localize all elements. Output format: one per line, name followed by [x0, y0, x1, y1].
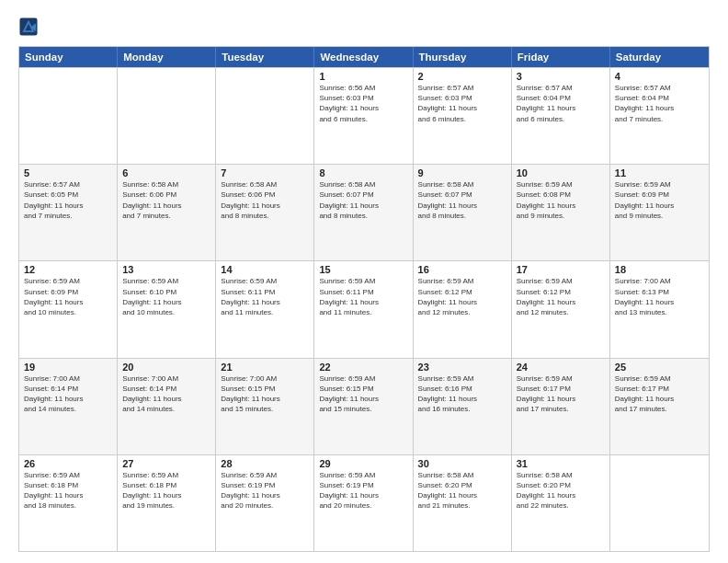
day-info: Sunrise: 6:59 AM Sunset: 6:11 PM Dayligh…	[221, 276, 309, 317]
calendar-cell-empty	[118, 68, 216, 164]
calendar-cell-day-9: 9Sunrise: 6:58 AM Sunset: 6:07 PM Daylig…	[414, 165, 512, 260]
day-number: 17	[517, 264, 605, 275]
day-info: Sunrise: 6:58 AM Sunset: 6:06 PM Dayligh…	[221, 179, 309, 221]
day-number: 18	[615, 264, 704, 275]
day-info: Sunrise: 6:59 AM Sunset: 6:17 PM Dayligh…	[517, 373, 605, 415]
day-info: Sunrise: 6:58 AM Sunset: 6:20 PM Dayligh…	[517, 470, 605, 511]
calendar-cell-day-22: 22Sunrise: 6:59 AM Sunset: 6:15 PM Dayli…	[314, 359, 413, 454]
day-number: 27	[122, 458, 210, 469]
calendar-cell-day-23: 23Sunrise: 6:59 AM Sunset: 6:16 PM Dayli…	[414, 359, 512, 454]
calendar-cell-empty	[216, 68, 314, 164]
day-info: Sunrise: 6:59 AM Sunset: 6:12 PM Dayligh…	[517, 276, 605, 317]
day-number: 1	[319, 71, 407, 82]
day-info: Sunrise: 6:57 AM Sunset: 6:03 PM Dayligh…	[418, 83, 506, 124]
day-number: 3	[517, 71, 605, 82]
day-info: Sunrise: 6:59 AM Sunset: 6:17 PM Dayligh…	[615, 373, 704, 415]
calendar-cell-day-30: 30Sunrise: 6:58 AM Sunset: 6:20 PM Dayli…	[414, 455, 512, 551]
day-number: 23	[418, 362, 506, 373]
day-info: Sunrise: 6:57 AM Sunset: 6:05 PM Dayligh…	[24, 179, 112, 221]
calendar-cell-day-20: 20Sunrise: 7:00 AM Sunset: 6:14 PM Dayli…	[118, 359, 216, 454]
day-number: 14	[221, 264, 309, 275]
calendar-row-2: 5Sunrise: 6:57 AM Sunset: 6:05 PM Daylig…	[19, 164, 709, 260]
calendar-cell-day-8: 8Sunrise: 6:58 AM Sunset: 6:07 PM Daylig…	[314, 165, 413, 260]
day-number: 25	[615, 362, 704, 373]
calendar-cell-empty	[610, 455, 709, 551]
day-number: 24	[517, 362, 605, 373]
day-number: 12	[24, 264, 112, 275]
header	[18, 17, 710, 37]
calendar-cell-day-21: 21Sunrise: 7:00 AM Sunset: 6:15 PM Dayli…	[216, 359, 314, 454]
day-info: Sunrise: 6:59 AM Sunset: 6:09 PM Dayligh…	[24, 276, 112, 317]
day-info: Sunrise: 6:58 AM Sunset: 6:07 PM Dayligh…	[418, 179, 506, 221]
day-info: Sunrise: 7:00 AM Sunset: 6:14 PM Dayligh…	[24, 373, 112, 415]
day-number: 8	[319, 167, 407, 178]
day-number: 10	[517, 167, 605, 178]
logo-icon	[18, 17, 39, 37]
calendar-cell-day-19: 19Sunrise: 7:00 AM Sunset: 6:14 PM Dayli…	[19, 359, 118, 454]
day-info: Sunrise: 6:59 AM Sunset: 6:15 PM Dayligh…	[319, 373, 407, 415]
day-number: 28	[221, 458, 309, 469]
logo	[18, 17, 42, 37]
day-number: 19	[24, 362, 112, 373]
calendar-cell-day-28: 28Sunrise: 6:59 AM Sunset: 6:19 PM Dayli…	[216, 455, 314, 551]
day-info: Sunrise: 6:58 AM Sunset: 6:06 PM Dayligh…	[122, 179, 210, 221]
day-info: Sunrise: 6:59 AM Sunset: 6:18 PM Dayligh…	[122, 470, 210, 511]
day-info: Sunrise: 6:59 AM Sunset: 6:11 PM Dayligh…	[319, 276, 407, 317]
calendar-cell-day-24: 24Sunrise: 6:59 AM Sunset: 6:17 PM Dayli…	[512, 359, 610, 454]
calendar-cell-day-3: 3Sunrise: 6:57 AM Sunset: 6:04 PM Daylig…	[512, 68, 610, 164]
calendar-cell-day-6: 6Sunrise: 6:58 AM Sunset: 6:06 PM Daylig…	[118, 165, 216, 260]
header-day-friday: Friday	[512, 47, 610, 67]
day-number: 7	[221, 167, 309, 178]
day-info: Sunrise: 6:57 AM Sunset: 6:04 PM Dayligh…	[517, 83, 605, 124]
calendar: SundayMondayTuesdayWednesdayThursdayFrid…	[18, 46, 710, 552]
calendar-cell-day-26: 26Sunrise: 6:59 AM Sunset: 6:18 PM Dayli…	[19, 455, 118, 551]
page: SundayMondayTuesdayWednesdayThursdayFrid…	[0, 0, 728, 563]
day-info: Sunrise: 6:59 AM Sunset: 6:09 PM Dayligh…	[615, 179, 704, 221]
day-number: 11	[615, 167, 704, 178]
day-info: Sunrise: 7:00 AM Sunset: 6:14 PM Dayligh…	[122, 373, 210, 415]
calendar-cell-day-15: 15Sunrise: 6:59 AM Sunset: 6:11 PM Dayli…	[314, 261, 413, 357]
day-info: Sunrise: 6:59 AM Sunset: 6:10 PM Dayligh…	[122, 276, 210, 317]
header-day-wednesday: Wednesday	[314, 47, 413, 67]
calendar-cell-day-10: 10Sunrise: 6:59 AM Sunset: 6:08 PM Dayli…	[512, 165, 610, 260]
day-number: 15	[319, 264, 407, 275]
day-info: Sunrise: 6:59 AM Sunset: 6:16 PM Dayligh…	[418, 373, 506, 415]
day-info: Sunrise: 6:59 AM Sunset: 6:19 PM Dayligh…	[221, 470, 309, 511]
day-number: 21	[221, 362, 309, 373]
day-info: Sunrise: 6:59 AM Sunset: 6:18 PM Dayligh…	[24, 470, 112, 511]
calendar-header: SundayMondayTuesdayWednesdayThursdayFrid…	[19, 47, 709, 67]
day-number: 30	[418, 458, 506, 469]
calendar-cell-day-14: 14Sunrise: 6:59 AM Sunset: 6:11 PM Dayli…	[216, 261, 314, 357]
day-number: 6	[122, 167, 210, 178]
calendar-body: 1Sunrise: 6:56 AM Sunset: 6:03 PM Daylig…	[19, 67, 709, 551]
calendar-cell-empty	[19, 68, 118, 164]
day-number: 9	[418, 167, 506, 178]
calendar-row-4: 19Sunrise: 7:00 AM Sunset: 6:14 PM Dayli…	[19, 358, 709, 454]
day-info: Sunrise: 6:59 AM Sunset: 6:19 PM Dayligh…	[319, 470, 407, 511]
day-number: 31	[517, 458, 605, 469]
day-number: 20	[122, 362, 210, 373]
header-day-saturday: Saturday	[610, 47, 709, 67]
calendar-cell-day-11: 11Sunrise: 6:59 AM Sunset: 6:09 PM Dayli…	[610, 165, 709, 260]
day-number: 13	[122, 264, 210, 275]
day-number: 22	[319, 362, 407, 373]
day-info: Sunrise: 6:58 AM Sunset: 6:20 PM Dayligh…	[418, 470, 506, 511]
calendar-row-3: 12Sunrise: 6:59 AM Sunset: 6:09 PM Dayli…	[19, 260, 709, 357]
calendar-cell-day-18: 18Sunrise: 7:00 AM Sunset: 6:13 PM Dayli…	[610, 261, 709, 357]
calendar-cell-day-25: 25Sunrise: 6:59 AM Sunset: 6:17 PM Dayli…	[610, 359, 709, 454]
day-info: Sunrise: 6:56 AM Sunset: 6:03 PM Dayligh…	[319, 83, 407, 124]
header-day-sunday: Sunday	[19, 47, 118, 67]
day-number: 29	[319, 458, 407, 469]
calendar-cell-day-27: 27Sunrise: 6:59 AM Sunset: 6:18 PM Dayli…	[118, 455, 216, 551]
day-info: Sunrise: 7:00 AM Sunset: 6:13 PM Dayligh…	[615, 276, 704, 317]
day-number: 5	[24, 167, 112, 178]
day-number: 16	[418, 264, 506, 275]
day-info: Sunrise: 6:59 AM Sunset: 6:08 PM Dayligh…	[517, 179, 605, 221]
day-number: 2	[418, 71, 506, 82]
header-day-tuesday: Tuesday	[216, 47, 314, 67]
calendar-cell-day-13: 13Sunrise: 6:59 AM Sunset: 6:10 PM Dayli…	[118, 261, 216, 357]
calendar-row-5: 26Sunrise: 6:59 AM Sunset: 6:18 PM Dayli…	[19, 454, 709, 551]
calendar-cell-day-17: 17Sunrise: 6:59 AM Sunset: 6:12 PM Dayli…	[512, 261, 610, 357]
calendar-cell-day-2: 2Sunrise: 6:57 AM Sunset: 6:03 PM Daylig…	[414, 68, 512, 164]
day-number: 4	[615, 71, 704, 82]
